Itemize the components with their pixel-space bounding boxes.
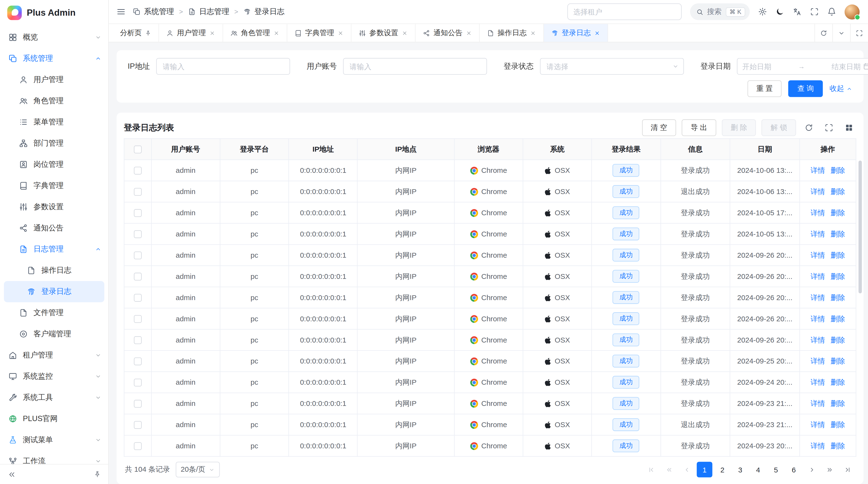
delete-link[interactable]: 删除 [831, 420, 845, 430]
breadcrumb-item-login-log[interactable]: 登录日志 [243, 7, 284, 17]
refresh-tab-icon[interactable] [814, 24, 832, 42]
detail-link[interactable]: 详情 [810, 335, 825, 345]
delete-link[interactable]: 删除 [831, 229, 845, 239]
row-checkbox[interactable] [134, 421, 142, 429]
sidebar-group-system-monitor[interactable]: 系统监控 [0, 366, 108, 387]
collapse-filters-link[interactable]: 收起 [830, 84, 852, 94]
row-checkbox[interactable] [134, 188, 142, 196]
delete-link[interactable]: 删除 [831, 398, 845, 409]
avatar[interactable] [845, 4, 860, 19]
jump-forward-button[interactable] [822, 462, 837, 478]
detail-link[interactable]: 详情 [810, 441, 825, 451]
delete-link[interactable]: 删除 [831, 271, 845, 282]
row-checkbox[interactable] [134, 252, 142, 259]
last-page-button[interactable] [840, 462, 855, 478]
end-date-input[interactable] [812, 62, 861, 71]
export-button[interactable]: 导 出 [682, 119, 716, 136]
tab-operation-log[interactable]: 操作日志 [480, 24, 544, 42]
row-checkbox[interactable] [134, 273, 142, 281]
sidebar-item-file-management[interactable]: 文件管理 [0, 302, 108, 323]
row-checkbox[interactable] [134, 294, 142, 302]
delete-link[interactable]: 删除 [831, 165, 845, 175]
sidebar-item-overview[interactable]: 概览 [0, 27, 108, 48]
bell-icon[interactable] [827, 7, 836, 16]
table-scrollbar-thumb[interactable] [859, 161, 862, 293]
fullscreen-icon[interactable] [810, 7, 819, 16]
detail-link[interactable]: 详情 [810, 271, 825, 282]
tab-user-management[interactable]: 用户管理 [159, 24, 223, 42]
detail-link[interactable]: 详情 [810, 165, 825, 175]
tab-dict-management[interactable]: 字典管理 [287, 24, 351, 42]
row-checkbox[interactable] [134, 315, 142, 323]
date-range-picker[interactable]: → [737, 58, 868, 75]
page-button-3[interactable]: 3 [733, 462, 748, 478]
dark-mode-moon-icon[interactable] [775, 7, 784, 16]
sidebar-item-operation-log[interactable]: 操作日志 [0, 260, 108, 281]
detail-link[interactable]: 详情 [810, 314, 825, 324]
page-size-select[interactable]: 20条/页 [176, 462, 220, 478]
close-icon[interactable] [530, 30, 536, 36]
delete-link[interactable]: 删除 [831, 314, 845, 324]
first-page-button[interactable] [643, 462, 659, 478]
page-button-5[interactable]: 5 [768, 462, 784, 478]
prev-page-button[interactable] [679, 462, 695, 478]
table-fullscreen-icon[interactable] [822, 121, 836, 135]
close-icon[interactable] [466, 30, 472, 36]
row-checkbox[interactable] [134, 209, 142, 217]
sidebar-item-plus-site[interactable]: PLUS官网 [0, 408, 108, 429]
tab-role-management[interactable]: 角色管理 [223, 24, 287, 42]
sidebar-item-department-management[interactable]: 部门管理 [0, 133, 108, 154]
sidebar-item-post-management[interactable]: 岗位管理 [0, 154, 108, 175]
tab-menu-chevron-icon[interactable] [832, 24, 850, 42]
unlock-button[interactable]: 解 锁 [762, 119, 796, 136]
page-button-2[interactable]: 2 [715, 462, 730, 478]
sidebar-item-role-management[interactable]: 角色管理 [0, 90, 108, 111]
breadcrumb-item-system[interactable]: 系统管理 [133, 7, 174, 17]
row-checkbox[interactable] [134, 379, 142, 387]
account-filter-input[interactable] [343, 58, 487, 75]
delete-link[interactable]: 删除 [831, 292, 845, 302]
logo[interactable]: Plus Admin [0, 0, 108, 26]
row-checkbox[interactable] [134, 230, 142, 238]
pin-icon[interactable] [145, 30, 151, 36]
sidebar-item-dict-management[interactable]: 字典管理 [0, 175, 108, 196]
select-all-checkbox[interactable] [134, 146, 142, 154]
sidebar-item-login-log[interactable]: 登录日志 [4, 281, 104, 302]
pin-sidebar-icon[interactable] [94, 471, 101, 478]
close-icon[interactable] [594, 30, 600, 36]
row-checkbox[interactable] [134, 358, 142, 365]
row-checkbox[interactable] [134, 167, 142, 174]
page-button-6[interactable]: 6 [786, 462, 802, 478]
detail-link[interactable]: 详情 [810, 356, 825, 366]
ip-filter-input[interactable] [156, 58, 290, 75]
sidebar-item-notice[interactable]: 通知公告 [0, 218, 108, 238]
detail-link[interactable]: 详情 [810, 187, 825, 197]
reset-button[interactable]: 重 置 [747, 80, 782, 97]
delete-link[interactable]: 删除 [831, 356, 845, 366]
detail-link[interactable]: 详情 [810, 250, 825, 260]
sidebar-item-client-management[interactable]: 客户端管理 [0, 323, 108, 345]
detail-link[interactable]: 详情 [810, 398, 825, 409]
column-settings-icon[interactable] [842, 121, 856, 135]
tab-analysis[interactable]: 分析页 [112, 24, 159, 42]
close-icon[interactable] [338, 30, 344, 36]
detail-link[interactable]: 详情 [810, 292, 825, 302]
delete-link[interactable]: 删除 [831, 250, 845, 260]
delete-button[interactable]: 删 除 [722, 119, 756, 136]
detail-link[interactable]: 详情 [810, 208, 825, 218]
tab-param-settings[interactable]: 参数设置 [351, 24, 416, 42]
sidebar-group-log-management[interactable]: 日志管理 [0, 238, 108, 260]
global-search[interactable]: 搜索 ⌘ K [690, 3, 750, 20]
query-button[interactable]: 查 询 [788, 80, 823, 97]
sidebar-group-system-management[interactable]: 系统管理 [0, 48, 108, 69]
delete-link[interactable]: 删除 [831, 335, 845, 345]
sidebar-group-workflow[interactable]: 工作流 [0, 451, 108, 464]
delete-link[interactable]: 删除 [831, 208, 845, 218]
tenant-select[interactable] [567, 3, 681, 20]
status-filter-select[interactable] [540, 58, 684, 75]
translate-icon[interactable] [793, 7, 802, 16]
detail-link[interactable]: 详情 [810, 229, 825, 239]
breadcrumb-item-log[interactable]: 日志管理 [188, 7, 229, 17]
hamburger-menu-icon[interactable] [117, 7, 126, 16]
close-icon[interactable] [402, 30, 408, 36]
